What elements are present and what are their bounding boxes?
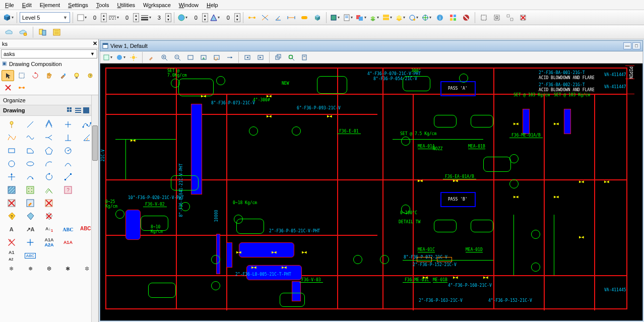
menu-file[interactable]: FFileile [1, 1, 18, 9]
color-spinner[interactable]: 0 ▲▼ [89, 12, 107, 23]
adjust-brightness-button[interactable] [127, 51, 140, 63]
text-A1-button[interactable]: A [3, 224, 20, 235]
place-sine-button[interactable] [22, 132, 38, 143]
snap-distance-button[interactable] [285, 12, 297, 24]
sheet-list-button[interactable] [51, 26, 63, 38]
menu-tools[interactable]: Tools [92, 1, 113, 9]
place-stream-button[interactable] [3, 132, 20, 143]
maximize-button[interactable]: □ [632, 42, 640, 49]
selector-tool-button[interactable] [2, 70, 14, 81]
place-block-button[interactable] [3, 145, 20, 156]
snap-element-button[interactable] [311, 12, 324, 24]
tag-edit-button[interactable] [22, 211, 38, 222]
transparency-picker-button[interactable] [177, 12, 189, 24]
menu-settings[interactable]: Settings [64, 1, 92, 9]
zoom-out-button[interactable] [171, 51, 183, 63]
copy-button[interactable] [22, 171, 38, 182]
text-plus-button[interactable] [22, 237, 38, 248]
menu-element[interactable]: Element [36, 1, 64, 9]
text-A1A2-button[interactable]: A1A [59, 237, 76, 248]
models-dropdown-button[interactable] [2, 12, 14, 24]
place-multiline-button[interactable] [41, 119, 57, 130]
cells-button[interactable] [381, 12, 394, 24]
place-split-button[interactable] [41, 132, 57, 143]
pan-view-button[interactable] [224, 51, 236, 63]
raster-button[interactable] [342, 12, 354, 24]
rotate-button[interactable] [41, 171, 57, 182]
snowflake3-button[interactable]: ❆ [41, 263, 57, 274]
disable-button[interactable] [460, 12, 472, 24]
update-view-button[interactable] [145, 51, 157, 63]
spinner-buttons[interactable]: ▲▼ [133, 13, 139, 22]
snowflake2-button[interactable]: ❅ [22, 263, 38, 274]
snap-intersection-button[interactable] [259, 12, 271, 24]
place-perp-button[interactable] [59, 132, 76, 143]
layout-grid-icon[interactable] [67, 107, 74, 114]
transparency-spinner[interactable]: 0 ▲▼ [190, 12, 208, 23]
drop-pattern-button[interactable] [41, 198, 57, 209]
layout-panel-icon[interactable] [83, 107, 90, 114]
info-button[interactable] [408, 12, 420, 24]
zoom-extents-button[interactable] [285, 51, 297, 63]
text-edit-button[interactable]: A↓1 [41, 224, 57, 235]
cloud-tool-button[interactable] [3, 26, 15, 38]
snowflake1-button[interactable]: ❄ [3, 263, 20, 274]
text-A1A-button[interactable]: A1AA2A [41, 237, 57, 248]
layout-list-icon[interactable] [75, 107, 82, 114]
pointcloud-button[interactable] [355, 12, 367, 24]
fence-rect-button[interactable] [478, 12, 490, 24]
fence-shape-button[interactable] [491, 12, 503, 24]
hatch-area-button[interactable] [3, 184, 20, 196]
pattern-area-button[interactable] [22, 184, 38, 196]
fence-circle-button[interactable] [504, 12, 516, 24]
levels-button[interactable] [368, 12, 380, 24]
fence-delete-button[interactable] [517, 12, 529, 24]
scrollbar-thumb[interactable] [92, 125, 98, 161]
cloud-settings-button[interactable] [17, 26, 29, 38]
snap-x-button[interactable] [2, 82, 14, 93]
fence-tool-button[interactable] [15, 70, 28, 81]
text-A-arrow-button[interactable]: ↗A [22, 224, 38, 235]
snap-chain-button[interactable] [15, 82, 28, 93]
menu-help[interactable]: Help [203, 1, 222, 9]
fit-view-button[interactable] [198, 51, 210, 63]
paint-tool-button[interactable] [56, 70, 69, 81]
window-area-button[interactable] [184, 51, 197, 63]
copy-view-button[interactable] [272, 51, 284, 63]
text-boxed-button[interactable]: ABC [22, 250, 38, 261]
place-shape-button[interactable] [22, 145, 38, 156]
left-panel-scrollbar[interactable] [91, 95, 98, 322]
priority-picker-button[interactable] [209, 12, 221, 24]
place-ellipse-button[interactable] [22, 158, 38, 169]
toggle-accudraw-button[interactable] [447, 12, 459, 24]
spinner-buttons[interactable]: ▲▼ [101, 13, 107, 22]
display-style-button[interactable] [114, 51, 126, 63]
hand-tool-button[interactable] [43, 70, 55, 81]
text-A1-sub-button[interactable]: A1A2 [3, 250, 20, 261]
place-orthogon-button[interactable] [59, 145, 76, 156]
drawing-canvas[interactable]: PASS 'A' PASS 'B' F36-E-01 F36-V-02 F36-… [100, 63, 643, 321]
minimize-button[interactable]: — [623, 42, 631, 49]
snap-angle-button[interactable] [272, 12, 284, 24]
place-halfellipse-button[interactable] [59, 158, 76, 169]
view-next-button[interactable] [254, 51, 267, 63]
linestyle-spinner[interactable]: 0 ▲▼ [121, 12, 139, 23]
priority-spinner[interactable]: 0 ▲▼ [222, 12, 240, 23]
help-tool-button[interactable]: ? [84, 70, 97, 81]
close-icon[interactable]: ✕ [93, 40, 97, 47]
snowflake4-button[interactable]: ✱ [59, 263, 76, 274]
tree-item-drawing-composition[interactable]: Drawing Composition [0, 59, 98, 69]
menu-window[interactable]: Window [175, 1, 203, 9]
clip-volume-button[interactable] [298, 51, 310, 63]
zoom-in-button[interactable] [158, 51, 170, 63]
spinner-buttons[interactable]: ▲▼ [202, 13, 208, 22]
spinner-buttons[interactable]: ▲▼ [234, 13, 240, 22]
rotate-view-button[interactable] [211, 51, 223, 63]
move-button[interactable] [3, 171, 20, 182]
place-circle-button[interactable] [3, 158, 20, 169]
element-info-button[interactable]: i [434, 12, 446, 24]
light-tool-button[interactable] [70, 70, 83, 81]
text-ABC-button[interactable]: ABC [59, 224, 76, 235]
change-pattern-button[interactable] [22, 198, 38, 209]
linestyle-picker-button[interactable] [108, 12, 120, 24]
